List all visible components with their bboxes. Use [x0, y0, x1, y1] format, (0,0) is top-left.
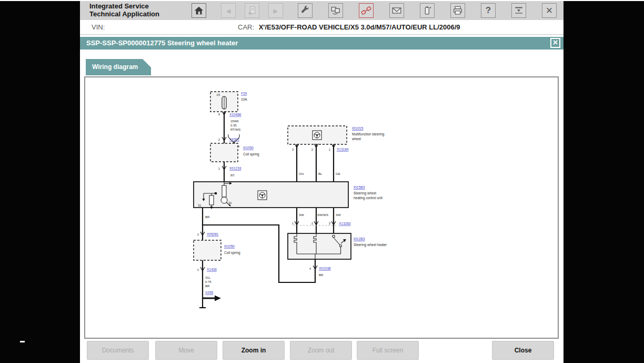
heater-pin4: 4 [309, 267, 311, 270]
printer-icon [452, 5, 464, 16]
back-icon: ◄ [225, 6, 233, 15]
steering-wheel-icon-mf [313, 131, 321, 140]
documents-button[interactable]: Documents [87, 341, 149, 360]
home-icon [193, 5, 205, 16]
wire-label-color: RT/WS [230, 128, 240, 131]
back-button[interactable]: ◄ [221, 3, 236, 18]
plug-connector-icon [360, 5, 372, 16]
wire-rt-label: RT [230, 174, 235, 177]
left-letterbox [0, 1, 80, 363]
mf-wheel-name2: wheel [351, 137, 361, 141]
car-label: CAR: [238, 23, 254, 31]
vehicle-info-bar: VIN: CAR: X'/E53/OFF-ROAD VEHICLE/X5 3.0… [80, 21, 564, 35]
coil-upper-pin: 1 [218, 167, 220, 170]
terminal-31-label: 31 [228, 201, 232, 204]
close-button[interactable]: Close [492, 341, 554, 360]
tab-wiring-diagram[interactable]: Wiring diagram [86, 59, 151, 75]
wiring-diagram-svg: 15 F29 10A 9 X10486 15WK 0.35 RT/WS 2 X4… [85, 77, 558, 338]
dialog-close-button[interactable]: × [550, 38, 560, 48]
heater-link[interactable]: I01283 [354, 237, 365, 241]
help-button[interactable]: ? [481, 3, 496, 18]
tab-label: Wiring diagram [86, 59, 151, 75]
car-info: CAR: X'/E53/OFF-ROAD VEHICLE/X5 3.0d/M57… [238, 23, 460, 31]
wire-gn: GN [299, 172, 304, 175]
connector-x05281-link[interactable]: X05281 [207, 232, 219, 236]
dialog-close-icon: × [553, 38, 558, 47]
history-document-icon [246, 5, 258, 16]
minimize-panel-button[interactable] [511, 3, 526, 18]
messages-button[interactable] [389, 3, 404, 18]
help-icon: ? [486, 5, 491, 16]
connector-x1436-link[interactable]: X1436 [207, 268, 217, 271]
coil-spring-upper-label: Coil spring [243, 152, 259, 156]
lc-wire-l2: 0.75 [205, 280, 212, 283]
control-unit-link[interactable]: I01583 [354, 185, 365, 189]
wire-sw1: SW [299, 213, 304, 217]
forward-button[interactable]: ► [268, 3, 283, 18]
battery-button[interactable] [420, 3, 435, 18]
connector-x10486-link[interactable]: X10486 [229, 113, 242, 116]
print-button[interactable] [450, 3, 465, 18]
main-toolbar: Integrated Service Technical Application… [80, 1, 564, 20]
mf-wheel-name1: Multifunction steering [352, 132, 385, 136]
heater-name: Steering wheel heater [354, 243, 387, 247]
workshop-button[interactable] [328, 3, 343, 18]
connector-x01038-link[interactable]: X01038 [319, 267, 331, 270]
dialog-title-bar: SSP-SSP-SP0000012775 Steering wheel heat… [80, 37, 564, 50]
fuse-pin-bottom: 9 [218, 113, 220, 116]
control-unit-box [194, 182, 348, 208]
lc-wire-l3: BR [205, 284, 210, 288]
fuse-box: 15 [210, 92, 238, 112]
lc-pin1: 1 [197, 268, 199, 271]
full-screen-button[interactable]: Full screen [357, 341, 419, 360]
forward-icon: ► [272, 6, 280, 15]
hc-pin2: 2 [311, 222, 314, 225]
lc-pin2: 2 [197, 233, 199, 236]
app-title-line1: Integrated Service [89, 2, 159, 10]
fuse-pin-top: 15 [216, 93, 220, 96]
ista-application-window: Integrated Service Technical Application… [80, 1, 564, 363]
connector-x13184-link[interactable]: X13184 [337, 148, 349, 151]
wire-sw2: SW [336, 213, 341, 217]
tools-button[interactable] [298, 3, 313, 18]
close-app-button[interactable]: × [542, 3, 557, 18]
history-button[interactable] [245, 3, 259, 18]
hc-pin3: 3 [329, 222, 331, 225]
right-letterbox [564, 1, 644, 363]
wire-label-circuit: 15WK [230, 120, 239, 123]
steering-wheel-icon [258, 191, 267, 200]
connection-button[interactable] [359, 3, 374, 18]
coil-spring-lower-box [194, 240, 221, 260]
wire-bl: BL [318, 172, 323, 175]
connector-x4302-link[interactable]: X4302 [229, 138, 239, 141]
connector-x13283-link[interactable]: X13283 [339, 222, 351, 225]
coil-spring-lower-link[interactable]: I01050 [224, 244, 235, 248]
mf-pin1: 1 [329, 148, 331, 151]
zoom-out-button[interactable]: Zoom out [290, 341, 352, 360]
control-unit-name2: heating control unit [354, 196, 383, 200]
wire-swws: SW/WS [317, 213, 328, 217]
wiring-diagram-canvas[interactable]: 15 F29 10A 9 X10486 15WK 0.35 RT/WS 2 X4… [84, 76, 559, 339]
coil-spring-upper-box [210, 143, 238, 162]
car-value: X'/E53/OFF-ROAD VEHICLE/X5 3.0d/M57/AUTO… [259, 23, 460, 31]
zoom-in-button[interactable]: Zoom in [223, 341, 285, 360]
coil-spring-lower-label: Coil spring [224, 251, 240, 255]
close-icon: × [546, 5, 553, 16]
ground-arrow [203, 296, 221, 301]
envelope-icon [391, 5, 402, 16]
fuse-code-link[interactable]: F29 [241, 92, 247, 95]
dual-monitor-icon [330, 5, 341, 16]
mf-pin3: 3 [292, 148, 294, 151]
coil-spring-upper-link[interactable]: I01050 [243, 146, 254, 150]
home-button[interactable] [192, 3, 206, 18]
control-unit-name1: Steering wheel [354, 191, 377, 195]
app-title-line2: Technical Application [89, 10, 159, 18]
move-button[interactable]: Move [155, 341, 217, 360]
dialog-title: SSP-SSP-SP0000012775 Steering wheel heat… [86, 37, 238, 50]
collapse-icon [513, 5, 525, 16]
hc-pin1: 1 [292, 222, 294, 225]
mf-wheel-link[interactable]: I01015 [352, 126, 364, 130]
ground-x255-link[interactable]: X255 [205, 291, 214, 295]
app-title: Integrated Service Technical Application [89, 2, 159, 18]
connector-x01233-link[interactable]: X01233 [229, 166, 242, 170]
